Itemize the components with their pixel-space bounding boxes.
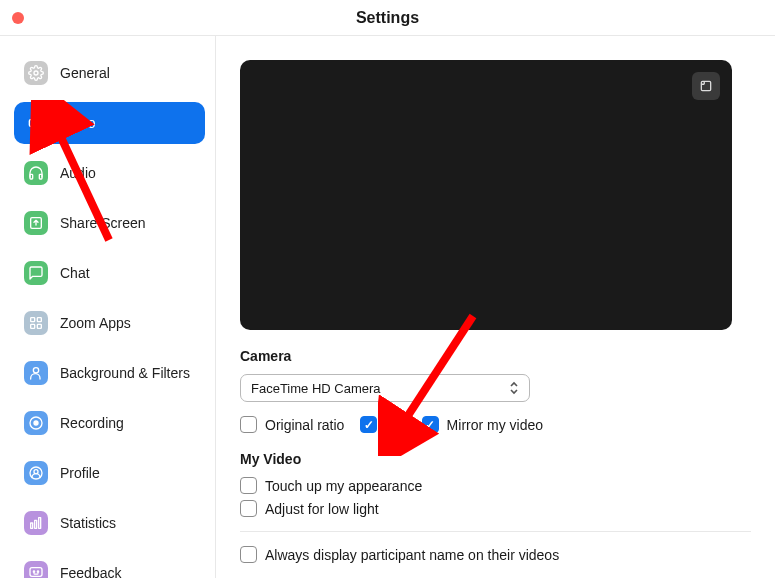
touch-up-checkbox[interactable]: Touch up my appearance xyxy=(240,477,422,494)
sidebar-item-feedback[interactable]: Feedback xyxy=(14,552,205,578)
svg-rect-6 xyxy=(31,318,35,322)
section-divider xyxy=(240,531,751,532)
svg-marker-2 xyxy=(39,120,43,125)
share-icon xyxy=(24,211,48,235)
svg-rect-16 xyxy=(35,520,37,528)
svg-rect-9 xyxy=(37,324,41,328)
close-window-button[interactable] xyxy=(12,12,24,24)
sidebar-item-label: Statistics xyxy=(60,515,116,531)
camera-select[interactable]: FaceTime HD Camera xyxy=(240,374,530,402)
low-light-label: Adjust for low light xyxy=(265,501,379,517)
low-light-row: Adjust for low light xyxy=(240,500,751,517)
content-pane: Camera FaceTime HD Camera Original ratio… xyxy=(216,36,775,578)
svg-rect-8 xyxy=(31,324,35,328)
mirror-label: Mirror my video xyxy=(447,417,543,433)
sidebar-item-label: Video xyxy=(60,115,96,131)
svg-point-19 xyxy=(33,571,34,572)
svg-point-10 xyxy=(33,368,38,373)
sidebar-item-label: Profile xyxy=(60,465,100,481)
original-ratio-label: Original ratio xyxy=(265,417,344,433)
sidebar-item-profile[interactable]: Profile xyxy=(14,452,205,494)
display-names-row: Always display participant name on their… xyxy=(240,546,751,563)
sidebar-item-label: Recording xyxy=(60,415,124,431)
headphones-icon xyxy=(24,161,48,185)
titlebar: Settings xyxy=(0,0,775,36)
svg-rect-7 xyxy=(37,318,41,322)
svg-rect-1 xyxy=(29,120,38,127)
sidebar-item-statistics[interactable]: Statistics xyxy=(14,502,205,544)
fullscreen-preview-button[interactable] xyxy=(692,72,720,100)
camera-icon xyxy=(24,111,48,135)
sidebar-item-background-filters[interactable]: Background & Filters xyxy=(14,352,205,394)
sidebar: GeneralVideoAudioShare ScreenChatZoom Ap… xyxy=(0,36,216,578)
mirror-my-video-checkbox[interactable]: Mirror my video xyxy=(422,416,543,433)
svg-rect-28 xyxy=(701,81,710,90)
display-names-checkbox[interactable]: Always display participant name on their… xyxy=(240,546,559,563)
hd-label: HD xyxy=(385,417,405,433)
sidebar-item-label: Background & Filters xyxy=(60,365,190,381)
sidebar-item-video[interactable]: Video xyxy=(14,102,205,144)
low-light-checkbox[interactable]: Adjust for low light xyxy=(240,500,379,517)
svg-point-12 xyxy=(34,421,38,425)
sidebar-item-label: Chat xyxy=(60,265,90,281)
hd-checkbox[interactable]: HD xyxy=(360,416,405,433)
gear-icon xyxy=(24,61,48,85)
camera-section-label: Camera xyxy=(240,348,751,364)
sidebar-item-share-screen[interactable]: Share Screen xyxy=(14,202,205,244)
svg-rect-15 xyxy=(31,523,33,528)
person-icon xyxy=(24,361,48,385)
touch-up-row: Touch up my appearance xyxy=(240,477,751,494)
sidebar-item-chat[interactable]: Chat xyxy=(14,252,205,294)
window-controls xyxy=(12,12,24,24)
sidebar-item-label: Zoom Apps xyxy=(60,315,131,331)
svg-rect-17 xyxy=(39,518,41,529)
chevron-up-down-icon xyxy=(509,381,519,395)
main-container: GeneralVideoAudioShare ScreenChatZoom Ap… xyxy=(0,36,775,578)
sidebar-item-recording[interactable]: Recording xyxy=(14,402,205,444)
sidebar-item-label: Feedback xyxy=(60,565,121,578)
sidebar-item-audio[interactable]: Audio xyxy=(14,152,205,194)
feedback-icon xyxy=(24,561,48,578)
camera-select-value: FaceTime HD Camera xyxy=(251,381,381,396)
my-video-section-label: My Video xyxy=(240,451,751,467)
sidebar-item-label: Share Screen xyxy=(60,215,146,231)
sidebar-item-label: General xyxy=(60,65,110,81)
profile-icon xyxy=(24,461,48,485)
chat-icon xyxy=(24,261,48,285)
stats-icon xyxy=(24,511,48,535)
svg-point-20 xyxy=(37,571,38,572)
touch-up-label: Touch up my appearance xyxy=(265,478,422,494)
video-preview xyxy=(240,60,732,330)
svg-rect-4 xyxy=(39,174,42,179)
display-names-label: Always display participant name on their… xyxy=(265,547,559,563)
sidebar-item-label: Audio xyxy=(60,165,96,181)
svg-rect-3 xyxy=(30,174,33,179)
record-icon xyxy=(24,411,48,435)
original-ratio-checkbox[interactable]: Original ratio xyxy=(240,416,344,433)
sidebar-item-general[interactable]: General xyxy=(14,52,205,94)
svg-rect-18 xyxy=(30,568,42,577)
window-title: Settings xyxy=(356,9,419,27)
svg-point-0 xyxy=(34,71,38,75)
apps-icon xyxy=(24,311,48,335)
expand-icon xyxy=(699,79,713,93)
sidebar-item-zoom-apps[interactable]: Zoom Apps xyxy=(14,302,205,344)
camera-options-row: Original ratio HD Mirror my video xyxy=(240,416,751,433)
